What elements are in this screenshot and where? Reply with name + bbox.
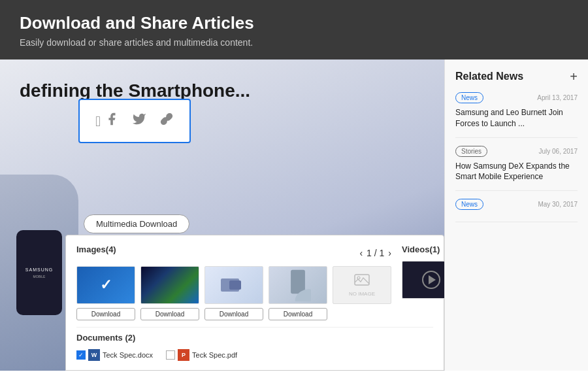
word-icon: W (88, 349, 100, 361)
doc-name-2: Teck Spec.pdf (192, 351, 237, 359)
panel-columns: Images(4) ‹ 1 / 1 › ✓ (76, 245, 433, 320)
download-image-1-button[interactable]: Download (76, 308, 135, 320)
download-image-4-button[interactable]: Download (269, 308, 327, 320)
sidebar-title: Related News (455, 71, 523, 82)
prev-arrow[interactable]: ‹ (359, 248, 363, 258)
page-title: Download and Share Articles (20, 13, 568, 33)
doc-item-2: P Teck Spec.pdf (166, 349, 237, 361)
svg-point-6 (357, 277, 360, 279)
pagination-text: 1 / 1 (367, 248, 384, 258)
svg-rect-1 (229, 280, 241, 290)
add-news-button[interactable]: + (570, 70, 578, 83)
doc-name-1: Teck Spec.docx (103, 351, 153, 359)
facebook-icon[interactable]:  (95, 112, 119, 130)
videos-section: Videos(1) (402, 245, 444, 320)
images-section: Images(4) ‹ 1 / 1 › ✓ (76, 245, 391, 320)
doc-items: ✓ W Teck Spec.docx P Teck Spec.pdf (76, 349, 433, 361)
news-headline-1: Samsung and Leo Burnett Join Forces to L… (455, 107, 578, 129)
doc-item-1: ✓ W Teck Spec.docx (76, 349, 153, 361)
documents-section: Documents (2) ✓ W Teck Spec.docx P Teck … (76, 327, 433, 361)
images-row: ✓ (76, 266, 391, 304)
sidebar: Related News + News April 13, 2017 Samsu… (444, 59, 588, 371)
main-content: defining the Smartphone...  M (0, 59, 588, 371)
news-date-2: July 06, 2017 (539, 148, 578, 155)
download-image-3-button[interactable]: Download (204, 308, 263, 320)
news-item-2-header: Stories July 06, 2017 (455, 146, 578, 157)
doc-checkbox-2[interactable] (166, 350, 175, 360)
multimedia-download-button[interactable]: Multimedia Download (84, 214, 189, 233)
videos-row: NO VIDEO (402, 261, 444, 299)
link-icon[interactable] (159, 112, 174, 130)
header-bar: Download and Share Articles Easily downl… (0, 0, 588, 59)
documents-title: Documents (2) (76, 333, 433, 343)
news-item-3-header: News May 30, 2017 (455, 199, 578, 210)
download-image-2-button[interactable]: Download (140, 308, 199, 320)
play-triangle-icon (429, 275, 436, 284)
doc-checkbox-1[interactable]: ✓ (76, 350, 86, 360)
images-btn-row: Download Download Download Download (76, 308, 391, 320)
ppt-icon: P (178, 349, 189, 361)
stories-badge-2: Stories (455, 146, 487, 157)
news-date-1: April 13, 2017 (537, 94, 578, 101)
news-item-1-header: News April 13, 2017 (455, 92, 578, 103)
twitter-icon[interactable] (132, 112, 146, 130)
phone-silhouette: SAMSUNG MOBILE (16, 230, 62, 315)
samsung-brand: SAMSUNG (25, 267, 53, 272)
news-headline-2: How Samsung DeX Expands the Smart Mobile… (455, 161, 578, 183)
download-panel: Images(4) ‹ 1 / 1 › ✓ (65, 235, 444, 371)
play-button[interactable] (422, 271, 440, 289)
no-image-label: NO IMAGE (349, 291, 375, 297)
news-item-1[interactable]: News April 13, 2017 Samsung and Leo Burn… (455, 92, 578, 138)
news-badge-1: News (455, 92, 483, 103)
next-arrow[interactable]: › (388, 248, 391, 258)
images-title: Images(4) (76, 245, 116, 254)
image-thumb-2 (140, 266, 199, 304)
image-thumb-4 (269, 266, 327, 304)
video-thumb-1[interactable] (402, 261, 444, 299)
svg-rect-3 (291, 270, 305, 294)
image-thumb-1: ✓ (76, 266, 135, 304)
share-tooltip:  (78, 99, 191, 143)
videos-title: Videos(1) (402, 245, 444, 254)
news-item-3[interactable]: News May 30, 2017 (455, 199, 578, 222)
news-date-3: May 30, 2017 (538, 201, 578, 208)
news-badge-3: News (455, 199, 483, 210)
images-header: Images(4) ‹ 1 / 1 › (76, 245, 391, 261)
samsung-model: MOBILE (33, 275, 46, 279)
news-item-2[interactable]: Stories July 06, 2017 How Samsung DeX Ex… (455, 146, 578, 192)
page-subtitle: Easily download or share articles and mu… (20, 37, 568, 48)
image-thumb-3 (204, 266, 263, 304)
article-area: defining the Smartphone...  M (0, 59, 444, 371)
pagination-nav: ‹ 1 / 1 › (359, 248, 391, 258)
image-thumb-no-image: NO IMAGE (333, 266, 391, 304)
sidebar-header: Related News + (455, 70, 578, 83)
